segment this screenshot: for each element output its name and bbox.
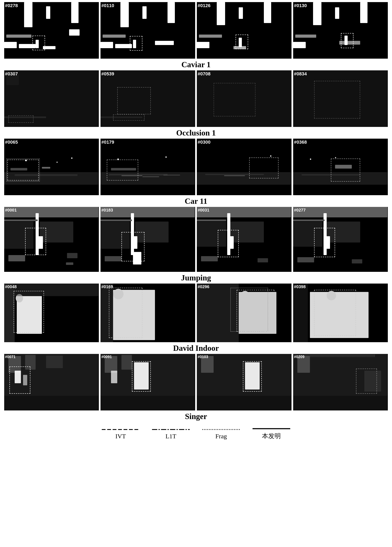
singer-frame2-label: #0091 — [101, 355, 112, 359]
car11-title: Car 11 — [4, 196, 388, 206]
caviar1-frame2-label: #0110 — [101, 3, 114, 8]
section-occlusion1: #0307 #0539 #0708 — [4, 70, 388, 137]
section-jumping: #0001 #0183 — [4, 207, 388, 282]
occlusion1-frame2: #0539 — [101, 70, 195, 127]
caviar1-image-row: #0278 #0110 — [4, 2, 388, 59]
jumping-frame2-label: #0183 — [101, 208, 113, 212]
legend: IVT L1T Frag 本发明 — [4, 425, 388, 443]
caviar1-frame3: #0126 — [197, 2, 291, 59]
legend-item-ivt: IVT — [102, 428, 139, 440]
davidindoor-frame1-label: #0048 — [5, 284, 17, 289]
singer-frame3-label: #0103 — [198, 355, 208, 359]
section-caviar1: #0278 #0110 — [4, 2, 388, 69]
davidindoor-frame1: #0048 — [4, 284, 99, 342]
section-davidindoor: #0048 #0169 — [4, 284, 388, 353]
singer-frame2: #0091 — [101, 354, 195, 410]
occlusion1-frame3: #0708 — [197, 70, 291, 127]
jumping-frame2: #0183 — [101, 207, 195, 272]
occlusion1-image-row: #0307 #0539 #0708 — [4, 70, 388, 127]
davidindoor-frame2: #0169 — [101, 284, 195, 342]
caviar1-frame2: #0110 — [101, 2, 195, 59]
page: #0278 #0110 — [0, 0, 392, 447]
jumping-frame3: #0031 — [197, 207, 291, 272]
car11-frame2-label: #0179 — [101, 139, 114, 145]
car11-frame3-label: #0300 — [198, 139, 210, 145]
legend-item-l1t: L1T — [152, 428, 190, 440]
occlusion1-frame4: #0834 — [293, 70, 388, 127]
occlusion1-frame3-label: #0708 — [198, 71, 210, 77]
davidindoor-title: David Indoor — [4, 343, 388, 353]
car11-image-row: #0065 #0179 — [4, 139, 388, 195]
davidindoor-frame4-label: #0398 — [294, 284, 306, 289]
davidindoor-frame3-label: #0296 — [198, 284, 209, 289]
l1t-label: L1T — [165, 433, 176, 440]
legend-item-proposed: 本发明 — [253, 427, 290, 440]
jumping-frame4-label: #0277 — [294, 208, 306, 212]
occlusion1-frame2-label: #0539 — [101, 71, 114, 77]
occlusion1-frame1: #0307 — [4, 70, 99, 127]
singer-frame1-label: #0071 — [5, 355, 15, 359]
car11-frame3: #0300 — [197, 139, 291, 195]
section-car11: #0065 #0179 — [4, 139, 388, 206]
jumping-frame4: #0277 — [293, 207, 388, 272]
caviar1-frame4-label: #0130 — [294, 3, 307, 8]
proposed-line-icon — [253, 427, 290, 430]
occlusion1-title: Occlusion 1 — [4, 128, 388, 137]
jumping-image-row: #0001 #0183 — [4, 207, 388, 272]
ivt-label: IVT — [115, 433, 126, 440]
davidindoor-frame4: #0398 — [293, 284, 388, 342]
car11-frame1-label: #0065 — [5, 139, 18, 145]
jumping-frame1-label: #0001 — [5, 208, 17, 212]
ivt-line-icon — [102, 428, 139, 431]
jumping-frame3-label: #0031 — [198, 208, 209, 212]
jumping-frame1: #0001 — [4, 207, 99, 272]
singer-title: Singer — [4, 412, 388, 421]
singer-frame4-label: #0209 — [294, 355, 304, 359]
car11-frame1: #0065 — [4, 139, 99, 195]
car11-frame2: #0179 — [101, 139, 195, 195]
caviar1-frame1: #0278 — [4, 2, 99, 59]
car11-frame4-label: #0368 — [294, 139, 307, 145]
singer-image-row: #0071 #0091 — [4, 354, 388, 410]
davidindoor-frame3: #0296 — [197, 284, 291, 342]
frag-line-icon — [202, 428, 240, 431]
caviar1-frame3-label: #0126 — [198, 3, 210, 8]
frag-label: Frag — [215, 433, 227, 440]
singer-frame3: #0103 — [197, 354, 291, 410]
caviar1-frame4: #0130 — [293, 2, 388, 59]
caviar1-title: Caviar 1 — [4, 60, 388, 69]
car11-frame4: #0368 — [293, 139, 388, 195]
davidindoor-image-row: #0048 #0169 — [4, 284, 388, 342]
occlusion1-frame1-label: #0307 — [5, 71, 18, 77]
singer-frame1: #0071 — [4, 354, 99, 410]
jumping-title: Jumping — [4, 273, 388, 282]
occlusion1-frame4-label: #0834 — [294, 71, 307, 77]
proposed-label: 本发明 — [262, 432, 281, 440]
section-singer: #0071 #0091 — [4, 354, 388, 421]
l1t-line-icon — [152, 428, 190, 431]
caviar1-frame1-label: #0278 — [5, 3, 18, 8]
singer-frame4: #0209 — [293, 354, 388, 410]
legend-item-frag: Frag — [202, 428, 240, 440]
